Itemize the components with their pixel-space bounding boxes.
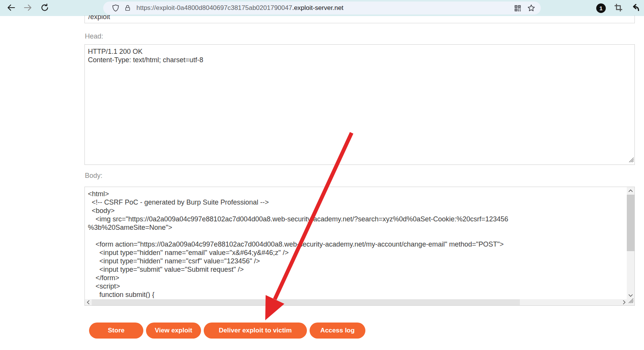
bookmark-star-icon[interactable] — [527, 4, 535, 12]
url-host: https://exploit-0a4800d8040697c38175ab02… — [136, 4, 292, 11]
body-vertical-scrollbar[interactable] — [627, 187, 634, 299]
undo-arrow-icon — [630, 3, 640, 14]
horizontal-scroll-thumb[interactable] — [92, 299, 520, 305]
notification-badge[interactable]: 1 — [596, 3, 606, 13]
head-label: Head: — [85, 32, 103, 40]
exploit-server-page: https://exploit-0a4800d8040697c38175ab02… — [0, 0, 644, 350]
head-resize-handle[interactable] — [629, 157, 634, 164]
body-code: <html> <!-- CSRF PoC - generated by Burp… — [85, 187, 619, 298]
browser-toolbar: https://exploit-0a4800d8040697c38175ab02… — [0, 0, 644, 16]
view-exploit-button[interactable]: View exploit — [146, 323, 201, 339]
url-domain: .exploit-server.net — [292, 4, 343, 11]
body-label: Body: — [85, 172, 102, 180]
undo-button[interactable] — [630, 3, 641, 13]
vertical-scroll-thumb[interactable] — [627, 195, 634, 251]
url-bar[interactable]: https://exploit-0a4800d8040697c38175ab02… — [103, 2, 541, 15]
body-code-viewport: <html> <!-- CSRF PoC - generated by Burp… — [85, 187, 619, 298]
body-horizontal-scrollbar[interactable] — [85, 299, 634, 305]
head-textarea[interactable]: HTTP/1.1 200 OK Content-Type: text/html;… — [84, 44, 635, 165]
access-log-button[interactable]: Access log — [310, 323, 365, 339]
deliver-exploit-button[interactable]: Deliver exploit to victim — [204, 323, 307, 339]
file-path-value: /exploit — [88, 15, 110, 21]
head-code: HTTP/1.1 200 OK Content-Type: text/html;… — [85, 45, 634, 67]
action-buttons: Store View exploit Deliver exploit to vi… — [89, 323, 365, 339]
lock-icon[interactable] — [124, 4, 131, 12]
back-arrow-icon — [6, 3, 16, 13]
qr-code-icon[interactable] — [514, 4, 522, 12]
forward-arrow-icon — [23, 3, 32, 13]
reload-button[interactable] — [38, 2, 51, 15]
file-path-input[interactable]: /exploit — [84, 15, 635, 23]
body-textarea[interactable]: <html> <!-- CSRF PoC - generated by Burp… — [84, 187, 635, 306]
scroll-left-arrow-icon[interactable] — [85, 299, 92, 305]
body-resize-handle[interactable] — [628, 298, 634, 305]
scroll-right-arrow-icon[interactable] — [621, 299, 628, 305]
forward-button[interactable] — [21, 2, 34, 15]
scroll-up-arrow-icon[interactable] — [627, 187, 634, 195]
back-button[interactable] — [5, 2, 18, 15]
store-button[interactable]: Store — [89, 323, 143, 339]
crop-button[interactable] — [613, 3, 624, 13]
url-text: https://exploit-0a4800d8040697c38175ab02… — [136, 4, 514, 12]
crop-icon — [614, 3, 623, 13]
shield-icon[interactable] — [112, 3, 120, 13]
reload-icon — [40, 3, 49, 13]
